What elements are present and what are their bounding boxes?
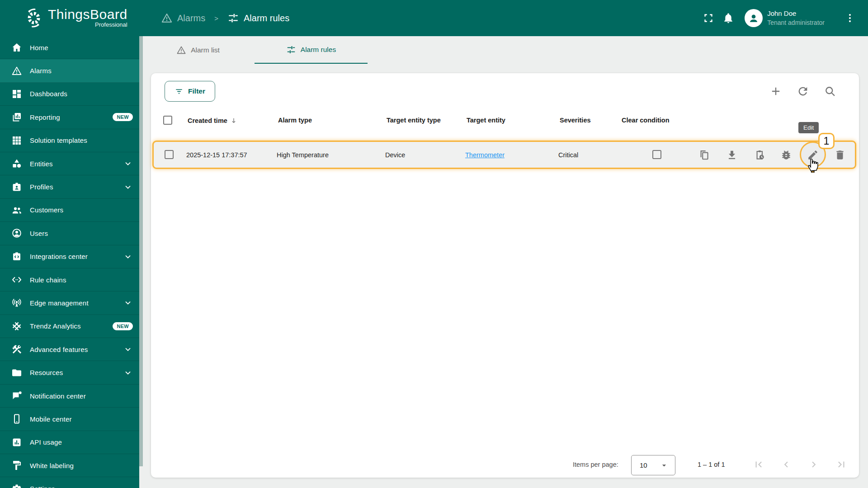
sidebar-item-rule-chains[interactable]: Rule chains — [0, 268, 139, 291]
step-1-badge: 1 — [818, 133, 835, 149]
sidebar-item-alarms[interactable]: Alarms — [0, 59, 139, 82]
rule-chains-icon — [11, 274, 22, 285]
column-header-target-entity[interactable]: Target entity — [467, 117, 505, 124]
search-button[interactable] — [824, 85, 836, 98]
sidebar-item-customers[interactable]: Customers — [0, 199, 139, 222]
filter-button[interactable]: Filter — [165, 81, 215, 102]
sidebar-item-integrations-center[interactable]: Integrations center — [0, 245, 139, 268]
items-per-page-label: Items per page: — [573, 461, 618, 468]
alarm-rules-table-card: Filter Created time Alarm type Target en… — [151, 73, 859, 478]
chevron-down-icon — [123, 298, 133, 308]
sidebar-item-reporting[interactable]: Reporting NEW — [0, 106, 139, 129]
pending-actions-button[interactable] — [754, 149, 765, 161]
cursor-hand-icon — [805, 155, 821, 173]
alarm-icon — [11, 66, 22, 76]
column-header-created-time[interactable]: Created time — [188, 117, 238, 125]
sidebar-item-profiles[interactable]: Profiles — [0, 175, 139, 198]
sidebar-item-white-labeling[interactable]: White labeling — [0, 454, 139, 477]
sidebar-item-dashboards[interactable]: Dashboards — [0, 83, 139, 106]
filter-icon — [175, 87, 184, 96]
sidebar-scrollbar[interactable] — [139, 36, 143, 466]
header-menu-button[interactable] — [840, 8, 860, 28]
search-icon — [824, 85, 836, 98]
sidebar-item-entities[interactable]: Entities — [0, 152, 139, 175]
trendz-icon — [11, 321, 22, 332]
edge-icon — [11, 297, 22, 308]
customers-icon — [11, 205, 22, 216]
row-target-entity-type: Device — [385, 151, 405, 159]
settings-icon — [11, 483, 22, 488]
sidebar-item-trendz-analytics[interactable]: Trendz Analytics NEW — [0, 315, 139, 338]
row-checkbox[interactable] — [165, 150, 174, 159]
last-page-icon — [835, 459, 847, 470]
sidebar-item-label: Edge management — [30, 299, 89, 307]
sidebar-item-resources[interactable]: Resources — [0, 361, 139, 384]
add-button[interactable] — [769, 85, 782, 98]
sidebar-item-settings[interactable]: Settings — [0, 477, 139, 488]
user-info[interactable]: John Doe Tenant administrator — [767, 9, 825, 27]
debug-button[interactable] — [780, 149, 792, 161]
row-clear-condition-checkbox[interactable] — [652, 150, 661, 159]
download-button[interactable] — [726, 149, 738, 161]
sidebar-item-label: Home — [30, 44, 48, 52]
integrations-icon — [11, 251, 22, 262]
sidebar-item-home[interactable]: Home — [0, 36, 139, 59]
tab-alarm-list[interactable]: Alarm list — [142, 36, 255, 64]
row-severities: Critical — [558, 151, 578, 159]
paint-icon — [11, 460, 22, 471]
sidebar-item-notification-center[interactable]: Notification center — [0, 385, 139, 408]
notification-icon — [11, 390, 22, 401]
row-alarm-type: High Temperature — [277, 151, 329, 159]
mobile-icon — [11, 413, 22, 424]
sidebar-item-label: Mobile center — [30, 415, 72, 423]
sidebar-item-advanced-features[interactable]: Advanced features — [0, 338, 139, 361]
brand-logo[interactable]: ThingsBoard Professional — [23, 7, 127, 28]
next-page-button[interactable] — [808, 459, 820, 470]
fullscreen-icon — [703, 12, 714, 24]
column-header-severities[interactable]: Severities — [560, 117, 591, 124]
first-page-icon — [753, 459, 764, 470]
dashboards-icon — [11, 89, 22, 99]
sidebar-item-label: Rule chains — [30, 276, 66, 284]
user-avatar[interactable] — [745, 9, 763, 27]
sidebar-item-label: API usage — [30, 438, 62, 446]
copy-button[interactable] — [698, 149, 710, 161]
sidebar-item-label: White labeling — [30, 462, 74, 469]
column-header-clear-condition[interactable]: Clear condition — [622, 117, 670, 124]
table-row[interactable]: 2025-12-15 17:37:57 High Temperature Dev… — [152, 141, 856, 169]
breadcrumb-section[interactable]: Alarms — [177, 13, 205, 23]
sidebar-item-solution-templates[interactable]: Solution templates — [0, 129, 139, 152]
tab-alarm-rules[interactable]: Alarm rules — [255, 36, 368, 64]
sidebar-item-label: Solution templates — [30, 136, 87, 144]
select-all-checkbox[interactable] — [163, 116, 172, 125]
filter-label: Filter — [188, 87, 205, 95]
notifications-button[interactable] — [718, 8, 738, 28]
fullscreen-button[interactable] — [698, 8, 718, 28]
chevron-down-icon — [123, 344, 133, 354]
page-size-select[interactable]: 10 — [631, 455, 675, 475]
first-page-button[interactable] — [753, 459, 764, 470]
sidebar-item-mobile-center[interactable]: Mobile center — [0, 408, 139, 431]
sidebar-item-label: Notification center — [30, 392, 86, 400]
sidebar-nav: Home Alarms Dashboards Reporting NEW — [0, 36, 139, 488]
refresh-button[interactable] — [797, 85, 809, 98]
row-target-entity-link[interactable]: Thermometer — [465, 151, 505, 159]
last-page-button[interactable] — [835, 459, 847, 470]
page-size-value: 10 — [640, 461, 647, 469]
column-header-alarm-type[interactable]: Alarm type — [278, 117, 312, 124]
column-header-target-entity-type[interactable]: Target entity type — [387, 117, 441, 124]
users-icon — [11, 228, 22, 239]
delete-button[interactable] — [834, 149, 846, 161]
tab-label: Alarm list — [191, 46, 220, 54]
sidebar-item-api-usage[interactable]: API usage — [0, 431, 139, 454]
sidebar-item-users[interactable]: Users — [0, 222, 139, 245]
refresh-icon — [797, 85, 809, 98]
sidebar-item-edge-management[interactable]: Edge management — [0, 291, 139, 314]
chevron-down-icon — [123, 368, 133, 378]
breadcrumb-separator: > — [214, 14, 218, 22]
reporting-icon — [11, 112, 22, 122]
previous-page-button[interactable] — [780, 459, 792, 470]
user-role: Tenant administrator — [767, 18, 825, 27]
advanced-features-icon — [11, 344, 22, 355]
row-created-time: 2025-12-15 17:37:57 — [186, 151, 247, 159]
